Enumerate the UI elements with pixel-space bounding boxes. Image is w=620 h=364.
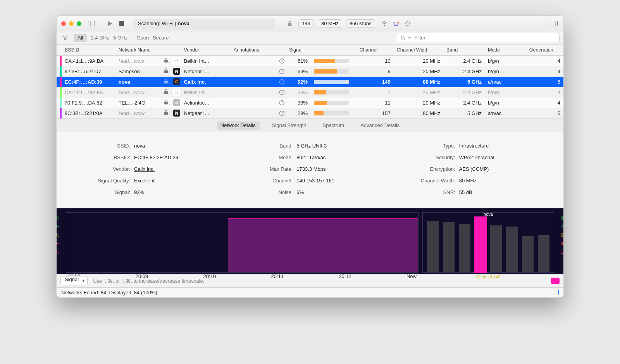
refresh-icon[interactable] (391, 19, 401, 28)
svg-rect-35 (164, 112, 168, 115)
chart-metric-selector[interactable]: Signal (60, 276, 88, 285)
filter-bar: All 2.4 GHz 5 GHz | Open Secure (57, 31, 563, 45)
column-header[interactable] (311, 45, 356, 55)
lock-icon (164, 58, 168, 63)
filter-5ghz-button[interactable]: 5 GHz (113, 35, 127, 41)
link-rate-tag: 866 Mbps (346, 19, 375, 28)
column-header[interactable]: Channel Width (394, 45, 443, 55)
value-vendor-link[interactable]: Calix Inc. (134, 166, 155, 172)
value-encryption: AES (CCMP) (459, 166, 489, 172)
vendor-icon: :: (173, 89, 180, 96)
column-header[interactable]: Signal (286, 45, 311, 55)
svg-rect-3 (119, 21, 124, 26)
scan-status-prefix: Scanning: Wi-Fi | (138, 21, 176, 26)
tab-signal-strength[interactable]: Signal Strength (268, 121, 310, 130)
label-noise: Noise: (234, 189, 293, 195)
network-row[interactable]: EC:4F:…:AD:39novaCCalix Inc.92%14980 MHz… (57, 77, 563, 87)
network-row[interactable]: CA:41:1…:9A:BAHidd…work::Belkin Int…61%1… (57, 55, 563, 66)
column-header[interactable]: Band (443, 45, 485, 55)
channel-bars-chart: 90%70%50%30%10%novaChannel 149 (422, 212, 554, 273)
svg-rect-32 (164, 102, 168, 105)
label-ssid: SSID: (72, 143, 130, 149)
column-header[interactable] (170, 45, 181, 55)
networks-table: BSSIDNetwork NameVendorAnnotationsSignal… (57, 45, 563, 118)
column-header[interactable]: Mode (485, 45, 526, 55)
close-window-button[interactable] (61, 21, 66, 26)
svg-line-22 (282, 60, 284, 61)
tab-advanced-details[interactable]: Advanced Details (356, 121, 403, 130)
column-header[interactable]: Network Name (115, 45, 161, 55)
filter-input[interactable] (413, 34, 556, 41)
column-header[interactable]: Vendor (181, 45, 231, 55)
vendor-icon: C (173, 78, 180, 85)
filter-all-button[interactable]: All (74, 34, 87, 42)
lock-icon (285, 19, 294, 28)
svg-line-37 (282, 112, 284, 113)
filter-secure-button[interactable]: Secure (153, 35, 169, 41)
table-header-row[interactable]: BSSIDNetwork NameVendorAnnotationsSignal… (57, 45, 563, 55)
minimize-window-button[interactable] (69, 21, 74, 26)
network-row[interactable]: 70:F1:9…:DA:82TEL…-2.4GAActiontec…38%112… (57, 98, 563, 108)
vendor-icon: :: (173, 57, 180, 64)
column-header[interactable]: Annotations (231, 45, 276, 55)
network-row[interactable]: 92:3B:…5:21:07SampsonNNetgear I…66%920 M… (57, 66, 563, 77)
column-header[interactable]: Generation (526, 45, 563, 55)
panel-toggle-button[interactable] (549, 19, 559, 28)
channel-tag: 149 (298, 19, 314, 28)
svg-line-14 (406, 25, 406, 26)
tab-network-details[interactable]: Network Details (217, 121, 260, 130)
value-bssid: EC:4F:82:2E:AD:39 (134, 155, 178, 160)
chevron-down-icon[interactable] (408, 36, 411, 39)
network-row[interactable]: 8C:3B:…5:21:0AHidd…workNNetgear I…28%157… (57, 108, 563, 118)
vendor-icon: N (173, 68, 180, 75)
tab-spectrum[interactable]: Spectrum (319, 121, 348, 130)
gauge-icon (279, 100, 283, 106)
column-header[interactable]: Channel (356, 45, 394, 55)
stop-scan-button[interactable] (117, 19, 126, 28)
svg-rect-26 (164, 81, 168, 84)
scan-status: Scanning: Wi-Fi | nova (133, 19, 275, 29)
wifi-signal-icon (380, 19, 389, 28)
column-header[interactable]: BSSID (62, 45, 115, 55)
status-bar: Networks Found: 84, Displayed: 84 (100%) (57, 287, 563, 297)
app-window: Scanning: Wi-Fi | nova 149 80 MHz 866 Mb… (56, 15, 564, 298)
column-header[interactable] (161, 45, 170, 55)
play-scan-button[interactable] (105, 19, 115, 28)
label-signal-quality: Signal Quality: (72, 178, 130, 184)
svg-line-13 (409, 25, 410, 26)
value-channel: 149 153 157 161 (296, 178, 334, 184)
value-max-rate: 1733.3 Mbps (296, 166, 326, 172)
svg-point-7 (397, 22, 399, 23)
value-noise: 6% (296, 189, 304, 195)
sidebar-toggle-button[interactable] (87, 19, 96, 28)
label-bssid: BSSID: (72, 155, 130, 160)
label-security: Security: (397, 155, 455, 160)
label-encryption: Encryption: (397, 166, 455, 172)
svg-line-19 (404, 39, 406, 40)
zoom-window-button[interactable] (77, 21, 81, 26)
label-vendor: Vendor: (72, 166, 130, 172)
value-signal-quality: Excellent (134, 178, 155, 184)
column-header[interactable] (276, 45, 286, 55)
svg-line-25 (282, 70, 284, 71)
svg-rect-0 (88, 21, 95, 26)
svg-line-34 (282, 101, 284, 103)
filter-24ghz-button[interactable]: 2.4 GHz (91, 35, 109, 41)
lock-icon (164, 110, 168, 115)
filter-open-button[interactable]: Open (136, 35, 149, 41)
filter-search[interactable] (397, 33, 560, 43)
window-controls (61, 21, 81, 26)
lock-icon (164, 89, 168, 94)
label-channel-width: Channel Width: (397, 178, 455, 184)
lock-icon (164, 100, 168, 105)
display-mode-icon[interactable] (552, 290, 559, 295)
filter-funnel-icon[interactable] (60, 33, 70, 43)
svg-rect-4 (288, 23, 292, 26)
network-row[interactable]: CA:41:1…:9A:FAHidd…work::Belkin Int…36%7… (57, 87, 563, 98)
detail-tabs: Network Details Signal Strength Spectrum… (57, 118, 563, 132)
gauge-icon (279, 58, 283, 64)
svg-point-18 (401, 36, 404, 39)
search-icon (400, 35, 406, 41)
column-header[interactable] (57, 45, 62, 55)
value-band: 5 GHz UNII-3 (296, 143, 327, 149)
